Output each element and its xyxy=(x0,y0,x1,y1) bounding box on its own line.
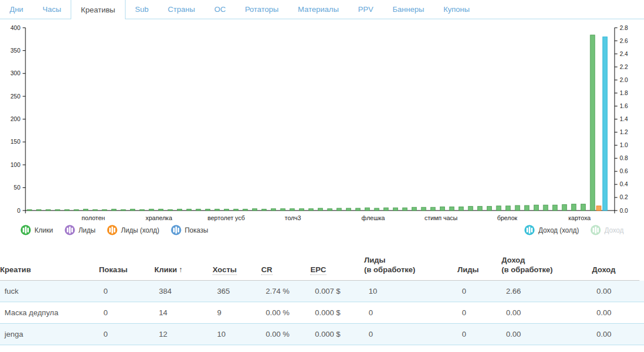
column-header-хосты[interactable]: Хосты xyxy=(213,265,261,275)
right-tick-label: 2.0 xyxy=(620,76,628,83)
x-axis-label: флешка xyxy=(361,214,385,221)
tab-материалы[interactable]: Материалы xyxy=(288,0,348,19)
bar-clicks[interactable] xyxy=(515,205,520,211)
bar-clicks[interactable] xyxy=(374,208,379,211)
column-header-cr[interactable]: CR xyxy=(261,265,310,275)
bar-clicks[interactable] xyxy=(168,209,172,211)
legend-item-показы[interactable]: Показы xyxy=(171,225,208,235)
bar-clicks[interactable] xyxy=(421,207,426,211)
bar-clicks[interactable] xyxy=(55,209,60,211)
bar-clicks[interactable] xyxy=(309,209,313,211)
bar-clicks[interactable] xyxy=(46,209,50,211)
bar-clicks[interactable] xyxy=(327,209,332,211)
bar-clicks[interactable] xyxy=(158,209,163,211)
bar-clicks[interactable] xyxy=(178,209,182,211)
left-tick-label: 0 xyxy=(17,207,20,214)
bar-clicks[interactable] xyxy=(149,209,154,211)
bar-clicks[interactable] xyxy=(356,208,360,211)
column-header-клики[interactable]: Клики↑ xyxy=(154,265,213,275)
bar-clicks[interactable] xyxy=(393,208,397,211)
bar-clicks[interactable] xyxy=(572,204,576,211)
bar-clicks[interactable] xyxy=(478,207,482,211)
tab-ppv[interactable]: PPV xyxy=(348,0,383,19)
tab-дни[interactable]: Дни xyxy=(0,0,33,19)
bar-clicks[interactable] xyxy=(252,209,257,211)
bar-clicks[interactable] xyxy=(290,209,295,211)
bar-income-hold[interactable] xyxy=(603,37,607,211)
legend-item-доход[interactable]: Доход xyxy=(590,225,624,235)
bar-clicks[interactable] xyxy=(553,205,557,211)
tab-sub[interactable]: Sub xyxy=(126,0,158,19)
bar-clicks[interactable] xyxy=(243,209,248,211)
tab-купоны[interactable]: Купоны xyxy=(434,0,479,19)
bar-clicks[interactable] xyxy=(234,209,238,211)
tab-ос[interactable]: ОС xyxy=(205,0,235,19)
table-row-fuck[interactable]: fuck03843652.74 %0.007 $1002.660.00 xyxy=(0,281,644,302)
cell: 0 xyxy=(462,308,506,317)
tab-баннеры[interactable]: Баннеры xyxy=(383,0,434,19)
bar-clicks[interactable] xyxy=(299,209,304,211)
bar-clicks[interactable] xyxy=(346,208,351,211)
bar-clicks[interactable] xyxy=(102,209,107,211)
bar-clicks[interactable] xyxy=(440,207,444,211)
legend-item-лиды-холд[interactable]: Лиды (холд) xyxy=(107,225,159,235)
bar-clicks[interactable] xyxy=(74,209,79,211)
bar-clicks[interactable] xyxy=(337,208,342,211)
left-tick-label: 50 xyxy=(14,184,20,191)
bar-clicks[interactable] xyxy=(121,209,126,211)
bar-clicks[interactable] xyxy=(187,209,191,211)
column-header-креатив[interactable]: Креатив xyxy=(0,265,99,275)
bar-clicks[interactable] xyxy=(365,208,370,211)
column-header-epc[interactable]: EPC xyxy=(310,265,364,275)
column-header-доход[interactable]: Доход(в обработке) xyxy=(502,256,592,275)
bar-clicks[interactable] xyxy=(280,209,285,211)
column-header-доход[interactable]: Доход xyxy=(592,265,639,275)
bar-clicks[interactable] xyxy=(140,209,144,211)
legend-item-доход-холд[interactable]: Доход (холд) xyxy=(524,225,579,235)
bar-clicks[interactable] xyxy=(468,207,473,211)
bar-clicks[interactable] xyxy=(431,207,435,211)
table-row-jenga[interactable]: jenga012100.00 %0.000 $000.000.00 xyxy=(0,324,644,345)
tab-ротаторы[interactable]: Ротаторы xyxy=(235,0,288,19)
bar-clicks[interactable] xyxy=(543,205,548,211)
column-header-лиды[interactable]: Лиды xyxy=(457,265,502,275)
bar-clicks[interactable] xyxy=(111,209,116,211)
bar-clicks[interactable] xyxy=(384,208,388,211)
bar-clicks[interactable] xyxy=(27,209,32,211)
series-icon xyxy=(107,225,118,235)
bar-clicks[interactable] xyxy=(590,35,595,211)
bar-clicks[interactable] xyxy=(496,206,501,211)
bar-clicks[interactable] xyxy=(403,208,407,211)
bar-clicks[interactable] xyxy=(205,209,210,211)
bar-clicks[interactable] xyxy=(487,207,491,211)
column-header-показы[interactable]: Показы xyxy=(99,265,154,275)
bar-clicks[interactable] xyxy=(449,207,454,211)
bar-clicks[interactable] xyxy=(84,209,88,211)
bar-clicks[interactable] xyxy=(562,205,567,211)
tab-часы[interactable]: Часы xyxy=(33,0,71,19)
bar-leads-hold[interactable] xyxy=(597,206,601,211)
column-header-лиды[interactable]: Лиды(в обработке) xyxy=(364,256,457,275)
legend-item-лиды[interactable]: Лиды xyxy=(64,225,96,235)
bar-clicks[interactable] xyxy=(318,208,323,211)
bar-clicks[interactable] xyxy=(37,209,41,211)
table-row-маска-дедпула[interactable]: Маска дедпула01490.00 %0.000 $000.000.00 xyxy=(0,302,644,324)
bar-clicks[interactable] xyxy=(262,209,266,211)
bar-clicks[interactable] xyxy=(506,206,511,211)
bar-clicks[interactable] xyxy=(412,207,417,211)
bar-clicks[interactable] xyxy=(93,209,97,211)
bar-clicks[interactable] xyxy=(131,209,135,211)
bar-clicks[interactable] xyxy=(459,207,464,211)
tab-креативы[interactable]: Креативы xyxy=(71,0,126,19)
bar-clicks[interactable] xyxy=(534,205,538,211)
bar-clicks[interactable] xyxy=(215,209,219,211)
tab-страны[interactable]: Страны xyxy=(158,0,205,19)
bar-clicks[interactable] xyxy=(196,209,201,211)
bar-clicks[interactable] xyxy=(581,204,585,211)
legend-label: Доход xyxy=(604,226,624,234)
legend-item-клики[interactable]: Клики xyxy=(20,225,53,235)
bar-clicks[interactable] xyxy=(64,209,69,211)
bar-clicks[interactable] xyxy=(525,205,529,211)
bar-clicks[interactable] xyxy=(271,209,276,211)
bar-clicks[interactable] xyxy=(224,209,229,211)
